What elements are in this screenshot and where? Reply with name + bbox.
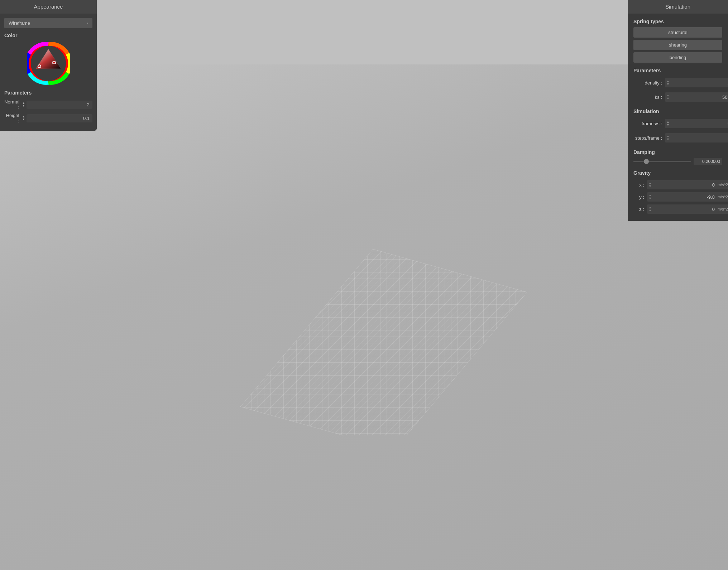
color-wheel-container — [4, 42, 92, 85]
steps-spinner[interactable]: ▲ ▼ — [665, 133, 671, 142]
frames-down-arrow[interactable]: ▼ — [666, 124, 670, 127]
bending-button[interactable]: bending — [633, 52, 722, 63]
gravity-z-unit: m/s^2 — [716, 207, 728, 211]
height-down-arrow[interactable]: ▼ — [22, 118, 25, 121]
density-input[interactable] — [671, 79, 728, 87]
gravity-label: Gravity — [628, 170, 728, 176]
ks-input[interactable] — [671, 93, 728, 101]
gravity-y-label: y : — [633, 194, 644, 200]
density-input-group: ▲ ▼ g/cm^2 — [665, 78, 728, 87]
spring-types-label: Spring types — [628, 19, 728, 24]
normal-down-arrow[interactable]: ▼ — [22, 105, 25, 107]
density-down-arrow[interactable]: ▼ — [666, 83, 670, 86]
appearance-panel: Appearance Wireframe › Color — [0, 0, 97, 131]
gravity-y-unit: m/s^2 — [716, 195, 728, 199]
normal-input[interactable] — [27, 101, 92, 109]
steps-label: steps/frame : — [633, 135, 662, 141]
damping-section — [628, 158, 728, 165]
frames-label: frames/s : — [633, 121, 662, 126]
ks-input-group: ▲ ▼ N/m — [665, 92, 728, 102]
simulation-section-label: Simulation — [628, 108, 728, 114]
normal-row: Normal : ▲ ▼ — [4, 99, 92, 110]
height-spinner[interactable]: ▲ ▼ — [22, 115, 25, 121]
appearance-title: Appearance — [0, 0, 97, 14]
frames-row: frames/s : ▲ ▼ — [628, 117, 728, 130]
gravity-z-row: z : ▲ ▼ m/s^2 — [628, 203, 728, 215]
density-row: density : ▲ ▼ g/cm^2 — [628, 76, 728, 89]
normal-input-group: ▲ ▼ — [22, 101, 92, 109]
chevron-right-icon: › — [87, 21, 88, 26]
mesh-container — [219, 221, 541, 435]
ks-row: ks : ▲ ▼ N/m — [628, 91, 728, 103]
gravity-y-down-arrow[interactable]: ▼ — [648, 197, 652, 200]
color-wheel[interactable] — [27, 42, 70, 85]
params-label: Parameters — [4, 90, 92, 96]
normal-spinner[interactable]: ▲ ▼ — [22, 102, 25, 107]
gravity-x-spinner[interactable]: ▲ ▼ — [647, 180, 653, 189]
frames-input[interactable] — [671, 120, 728, 128]
gravity-y-input-group: ▲ ▼ m/s^2 — [647, 192, 728, 202]
simulation-title: Simulation — [628, 0, 728, 14]
ks-spinner[interactable]: ▲ ▼ — [665, 92, 671, 102]
gravity-x-label: x : — [633, 182, 644, 188]
gravity-x-row: x : ▲ ▼ m/s^2 — [628, 179, 728, 191]
steps-input[interactable] — [671, 134, 728, 142]
appearance-parameters: Parameters Normal : ▲ ▼ Height : ▲ ▼ — [4, 90, 92, 124]
damping-value-input[interactable] — [694, 158, 722, 165]
frames-input-group: ▲ ▼ — [665, 119, 728, 128]
gravity-z-input-group: ▲ ▼ m/s^2 — [647, 204, 728, 214]
ks-label: ks : — [633, 95, 662, 100]
viewport — [0, 0, 728, 570]
gravity-x-input-group: ▲ ▼ m/s^2 — [647, 180, 728, 189]
svg-marker-2 — [36, 49, 61, 69]
steps-input-group: ▲ ▼ — [665, 133, 728, 142]
gravity-z-label: z : — [633, 207, 644, 212]
gravity-y-spinner[interactable]: ▲ ▼ — [647, 192, 653, 202]
density-label: density : — [633, 80, 662, 86]
height-input-group: ▲ ▼ — [22, 114, 92, 122]
ks-down-arrow[interactable]: ▼ — [666, 97, 670, 100]
height-input[interactable] — [27, 114, 92, 122]
structural-button[interactable]: structural — [633, 27, 722, 38]
steps-down-arrow[interactable]: ▼ — [666, 138, 670, 141]
gravity-y-row: y : ▲ ▼ m/s^2 — [628, 191, 728, 203]
damping-slider-row — [633, 158, 722, 165]
gravity-x-unit: m/s^2 — [716, 183, 728, 187]
viewport-top — [0, 0, 728, 64]
gravity-x-down-arrow[interactable]: ▼ — [648, 185, 652, 188]
wireframe-label: Wireframe — [9, 20, 30, 26]
simulation-panel: Simulation Spring types structural shear… — [628, 0, 728, 221]
normal-label: Normal : — [4, 99, 19, 110]
frames-spinner[interactable]: ▲ ▼ — [665, 119, 671, 128]
gravity-x-input[interactable] — [653, 181, 716, 189]
gravity-z-spinner[interactable]: ▲ ▼ — [647, 204, 653, 214]
wireframe-dropdown[interactable]: Wireframe › — [4, 18, 92, 28]
gravity-z-input[interactable] — [653, 205, 716, 213]
height-row: Height : ▲ ▼ — [4, 113, 92, 124]
gravity-z-down-arrow[interactable]: ▼ — [648, 209, 652, 212]
gravity-y-input[interactable] — [653, 193, 716, 201]
steps-row: steps/frame : ▲ ▼ — [628, 131, 728, 144]
damping-slider[interactable] — [633, 161, 691, 162]
svg-marker-0 — [240, 249, 527, 435]
shearing-button[interactable]: shearing — [633, 40, 722, 50]
color-label: Color — [4, 33, 92, 38]
height-label: Height : — [4, 113, 19, 124]
sim-parameters-label: Parameters — [628, 68, 728, 73]
wireframe-mesh — [219, 221, 541, 435]
damping-label: Damping — [628, 149, 728, 155]
svg-rect-4 — [53, 62, 56, 64]
density-spinner[interactable]: ▲ ▼ — [665, 78, 671, 87]
